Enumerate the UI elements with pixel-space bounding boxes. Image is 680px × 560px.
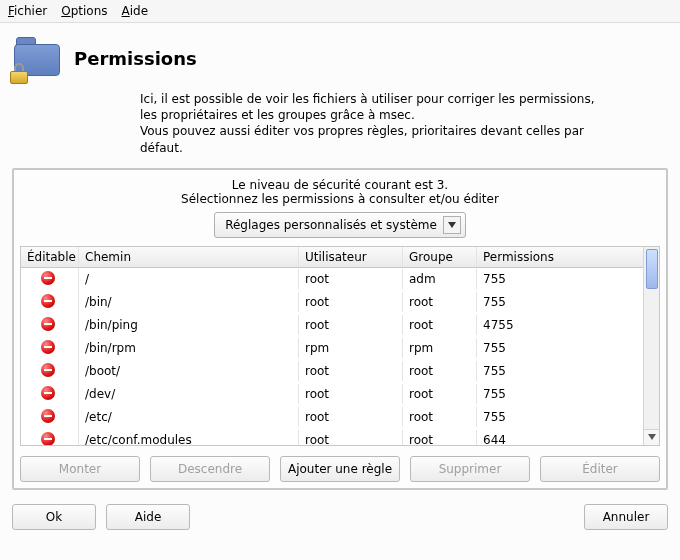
cell-group: root [403, 384, 477, 404]
move-up-button[interactable]: Monter [20, 456, 140, 482]
col-perms[interactable]: Permissions [477, 247, 643, 267]
not-editable-icon [41, 409, 55, 423]
table-row[interactable]: /rootadm755 [21, 268, 643, 291]
cell-group: root [403, 430, 477, 445]
cell-user: root [299, 361, 403, 381]
table-row[interactable]: /boot/rootroot755 [21, 360, 643, 383]
delete-button[interactable]: Supprimer [410, 456, 530, 482]
col-path[interactable]: Chemin [79, 247, 299, 267]
cell-user: root [299, 269, 403, 289]
cell-perms: 755 [477, 384, 643, 404]
cell-perms: 755 [477, 407, 643, 427]
vertical-scrollbar[interactable] [643, 247, 659, 445]
cell-path: /bin/ping [79, 315, 299, 335]
cell-user: rpm [299, 338, 403, 358]
cell-group: root [403, 407, 477, 427]
table-row[interactable]: /bin/rootroot755 [21, 291, 643, 314]
not-editable-icon [41, 363, 55, 377]
permissions-table: Éditable Chemin Utilisateur Groupe Permi… [20, 246, 660, 446]
cell-group: root [403, 361, 477, 381]
col-editable[interactable]: Éditable [21, 247, 79, 267]
cell-perms: 755 [477, 338, 643, 358]
cell-user: root [299, 384, 403, 404]
cell-group: root [403, 292, 477, 312]
svg-marker-1 [648, 434, 656, 440]
permissions-panel: Le niveau de sécurité courant est 3. Sél… [12, 168, 668, 490]
help-button[interactable]: Aide [106, 504, 190, 530]
svg-marker-0 [448, 222, 456, 228]
cell-perms: 644 [477, 430, 643, 445]
table-header: Éditable Chemin Utilisateur Groupe Permi… [21, 247, 643, 268]
col-group[interactable]: Groupe [403, 247, 477, 267]
cell-path: / [79, 269, 299, 289]
permissions-folder-lock-icon [14, 37, 62, 79]
cell-path: /boot/ [79, 361, 299, 381]
security-level-text: Le niveau de sécurité courant est 3. Sél… [20, 176, 660, 212]
page-title: Permissions [74, 48, 197, 69]
intro-text: Ici, il est possible de voir les fichier… [0, 85, 680, 164]
cancel-button[interactable]: Annuler [584, 504, 668, 530]
not-editable-icon [41, 271, 55, 285]
page-header: Permissions [0, 23, 680, 85]
edit-button[interactable]: Éditer [540, 456, 660, 482]
cell-path: /dev/ [79, 384, 299, 404]
cell-user: root [299, 407, 403, 427]
cell-path: /etc/conf.modules [79, 430, 299, 445]
col-user[interactable]: Utilisateur [299, 247, 403, 267]
cell-perms: 755 [477, 361, 643, 381]
not-editable-icon [41, 432, 55, 445]
cell-perms: 755 [477, 269, 643, 289]
menu-bar: FFichierichier Options Aide [0, 0, 680, 23]
scrollbar-thumb[interactable] [646, 249, 658, 289]
add-rule-button[interactable]: Ajouter une règle [280, 456, 400, 482]
table-row[interactable]: /dev/rootroot755 [21, 383, 643, 406]
table-action-row: Monter Descendre Ajouter une règle Suppr… [20, 456, 660, 482]
menu-file[interactable]: FFichierichier [8, 4, 47, 18]
table-row[interactable]: /etc/rootroot755 [21, 406, 643, 429]
chevron-down-icon [443, 216, 461, 234]
dropdown-selected-label: Réglages personnalisés et système [225, 218, 437, 232]
cell-user: root [299, 292, 403, 312]
cell-path: /bin/ [79, 292, 299, 312]
table-row[interactable]: /etc/conf.modulesrootroot644 [21, 429, 643, 445]
not-editable-icon [41, 386, 55, 400]
not-editable-icon [41, 294, 55, 308]
cell-path: /etc/ [79, 407, 299, 427]
cell-group: root [403, 315, 477, 335]
move-down-button[interactable]: Descendre [150, 456, 270, 482]
not-editable-icon [41, 317, 55, 331]
cell-user: root [299, 315, 403, 335]
cell-group: rpm [403, 338, 477, 358]
settings-scope-dropdown[interactable]: Réglages personnalisés et système [214, 212, 466, 238]
cell-group: adm [403, 269, 477, 289]
not-editable-icon [41, 340, 55, 354]
scrollbar-down-button[interactable] [644, 429, 659, 445]
menu-options[interactable]: Options [61, 4, 107, 18]
table-row[interactable]: /bin/pingrootroot4755 [21, 314, 643, 337]
cell-path: /bin/rpm [79, 338, 299, 358]
cell-perms: 4755 [477, 315, 643, 335]
cell-perms: 755 [477, 292, 643, 312]
cell-user: root [299, 430, 403, 445]
dialog-footer: Ok Aide Annuler [0, 490, 680, 544]
menu-help[interactable]: Aide [122, 4, 149, 18]
ok-button[interactable]: Ok [12, 504, 96, 530]
table-row[interactable]: /bin/rpmrpmrpm755 [21, 337, 643, 360]
